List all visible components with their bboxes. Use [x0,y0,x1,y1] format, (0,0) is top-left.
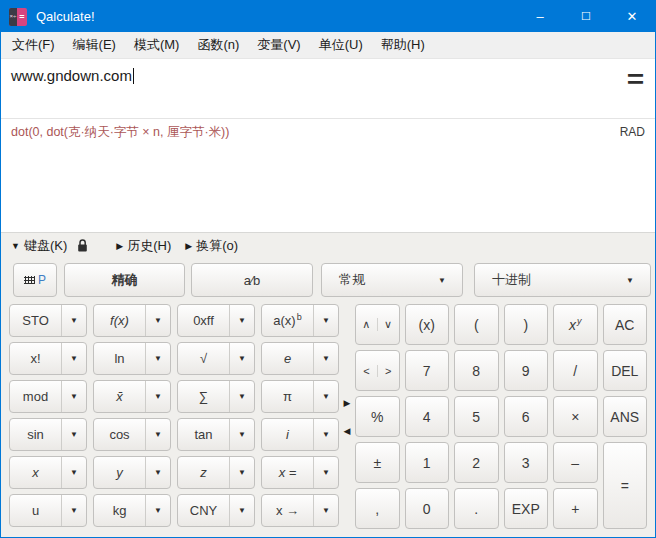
key-convert-to-dropdown[interactable]: ▼ [313,495,338,526]
convert-panel-toggle[interactable]: ▶ 换算(o) [185,237,238,255]
key-imaginary-dropdown[interactable]: ▼ [313,419,338,450]
key-comma[interactable]: , [355,488,400,529]
key-power[interactable]: xy [553,304,598,345]
expand-right-handle[interactable]: ▶ [344,398,351,408]
key-ln[interactable]: ln▼ [93,342,171,375]
key-unit-u-dropdown[interactable]: ▼ [61,495,86,526]
key-tan-label[interactable]: tan [178,419,229,450]
maximize-button[interactable]: ☐ [563,1,609,32]
key-imaginary-label[interactable]: i [262,419,313,450]
key-power-template-dropdown[interactable]: ▼ [313,305,338,336]
key-power-template[interactable]: a(x)b▼ [261,304,339,337]
key-unit-u-label[interactable]: u [10,495,61,526]
minimize-button[interactable]: – [517,1,563,32]
key-mean[interactable]: x̄▼ [93,380,171,413]
key-hex[interactable]: 0xff▼ [177,304,255,337]
key-store[interactable]: STO▼ [9,304,87,337]
key-mod-label[interactable]: mod [10,381,61,412]
calculate-button[interactable]: = [627,61,644,97]
key-var-y-dropdown[interactable]: ▼ [145,457,170,488]
key-assign-label[interactable]: x = [262,457,313,488]
menu-mode[interactable]: 模式(M) [125,32,189,58]
key-tan-dropdown[interactable]: ▼ [229,419,254,450]
key-pi[interactable]: π▼ [261,380,339,413]
menu-file[interactable]: 文件(F) [3,32,64,58]
key-cos-dropdown[interactable]: ▼ [145,419,170,450]
key-5[interactable]: 5 [454,396,499,437]
key-exp[interactable]: EXP [504,488,549,529]
key-cos[interactable]: cos▼ [93,418,171,451]
key-var-z-dropdown[interactable]: ▼ [229,457,254,488]
key-e-label[interactable]: e [262,343,313,374]
key-e[interactable]: e▼ [261,342,339,375]
key-factorial[interactable]: x!▼ [9,342,87,375]
exact-mode-button[interactable]: 精确 [64,263,185,297]
key-mod[interactable]: mod▼ [9,380,87,413]
key-store-dropdown[interactable]: ▼ [61,305,86,336]
key-sin-label[interactable]: sin [10,419,61,450]
key-function-dropdown[interactable]: ▼ [145,305,170,336]
key-left[interactable]: < [356,365,377,377]
lock-icon[interactable] [77,239,88,252]
key-up-down[interactable]: ∧∨ [355,304,400,345]
key-sum-dropdown[interactable]: ▼ [229,381,254,412]
key-7[interactable]: 7 [405,350,450,391]
key-8[interactable]: 8 [454,350,499,391]
key-sin-dropdown[interactable]: ▼ [61,419,86,450]
key-function[interactable]: f(x)▼ [93,304,171,337]
key-function-label[interactable]: f(x) [94,305,145,336]
key-sum-label[interactable]: ∑ [178,381,229,412]
key-unit-kg-label[interactable]: kg [94,495,145,526]
key-mean-label[interactable]: x̄ [94,381,145,412]
key-convert-to[interactable]: x →▼ [261,494,339,527]
key-ln-dropdown[interactable]: ▼ [145,343,170,374]
key-down[interactable]: ∨ [377,318,399,331]
key-sin[interactable]: sin▼ [9,418,87,451]
key-ln-label[interactable]: ln [94,343,145,374]
key-unit-kg[interactable]: kg▼ [93,494,171,527]
key-6[interactable]: 6 [504,396,549,437]
key-var-y-label[interactable]: y [94,457,145,488]
history-panel-toggle[interactable]: ▶ 历史(H) [116,237,171,255]
key-0[interactable]: 0 [405,488,450,529]
key-var-z-label[interactable]: z [178,457,229,488]
key-var-z[interactable]: z▼ [177,456,255,489]
keypad-layout-button[interactable]: P [13,263,57,297]
key-currency-cny[interactable]: CNY▼ [177,494,255,527]
collapse-left-handle[interactable]: ◀ [344,426,351,436]
expression-input[interactable]: www.gndown.com = [1,59,655,118]
key-unit-kg-dropdown[interactable]: ▼ [145,495,170,526]
key-imaginary[interactable]: i▼ [261,418,339,451]
key-factorial-dropdown[interactable]: ▼ [61,343,86,374]
key-factorial-label[interactable]: x! [10,343,61,374]
key-mod-dropdown[interactable]: ▼ [61,381,86,412]
key-hex-dropdown[interactable]: ▼ [229,305,254,336]
key-sqrt-label[interactable]: √ [178,343,229,374]
key-close-paren[interactable]: ) [504,304,549,345]
key-sqrt-dropdown[interactable]: ▼ [229,343,254,374]
key-3[interactable]: 3 [504,442,549,483]
key-equals[interactable]: = [603,442,648,529]
key-open-paren[interactable]: ( [454,304,499,345]
key-convert-to-label[interactable]: x → [262,495,313,526]
key-pi-label[interactable]: π [262,381,313,412]
key-var-x[interactable]: x▼ [9,456,87,489]
key-unit-u[interactable]: u▼ [9,494,87,527]
key-cos-label[interactable]: cos [94,419,145,450]
menu-help[interactable]: 帮助(H) [372,32,434,58]
key-plus-minus[interactable]: ± [355,442,400,483]
key-ans[interactable]: ANS [603,396,648,437]
key-e-dropdown[interactable]: ▼ [313,343,338,374]
key-up[interactable]: ∧ [356,318,377,331]
key-hex-label[interactable]: 0xff [178,305,229,336]
key-ac[interactable]: AC [603,304,648,345]
menu-functions[interactable]: 函数(n) [188,32,248,58]
key-assign-dropdown[interactable]: ▼ [313,457,338,488]
output-format-dropdown[interactable]: 常规 ▼ [321,263,463,297]
key-divide[interactable]: / [553,350,598,391]
key-var-y[interactable]: y▼ [93,456,171,489]
menu-variables[interactable]: 变量(V) [248,32,309,58]
key-parens-x[interactable]: (x) [405,304,450,345]
key-currency-cny-label[interactable]: CNY [178,495,229,526]
key-mean-dropdown[interactable]: ▼ [145,381,170,412]
